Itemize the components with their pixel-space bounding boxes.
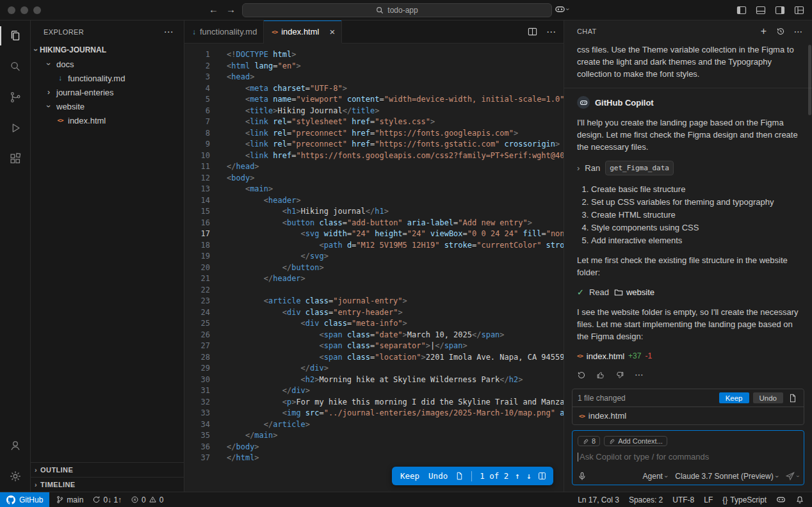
thumbs-down-icon[interactable] [615, 371, 624, 380]
tab-bar-empty [342, 20, 520, 44]
problems-indicator[interactable]: 0 0 [131, 495, 163, 504]
line-number: 33 [184, 408, 210, 419]
tree-item-docs[interactable]: ›docs [31, 57, 184, 71]
outline-section-header[interactable]: › OUTLINE [31, 462, 184, 477]
notifications-bell-icon[interactable] [795, 495, 804, 504]
run-debug-icon[interactable] [0, 113, 31, 143]
branch-indicator[interactable]: main [56, 495, 83, 504]
code-editor[interactable]: 1<!DOCTYPE html>2<html lang="en">3<head>… [184, 44, 564, 492]
chat-more-actions-icon[interactable]: ⋯ [794, 26, 803, 36]
next-change-button[interactable]: ↓ [524, 471, 533, 481]
undo-button[interactable]: Undo [425, 470, 451, 482]
language-mode-indicator[interactable]: {} TypeScript [722, 495, 767, 504]
chat-scrollbar[interactable] [808, 45, 811, 115]
tab-functionality-md[interactable]: ↓ functionality.md [184, 20, 264, 44]
markdown-file-icon: ↓ [192, 28, 196, 36]
undo-all-button[interactable]: Undo [753, 392, 784, 403]
navigate-back-button[interactable]: ← [209, 4, 218, 15]
chat-input-box[interactable]: 8 Add Context... Ask Copilot or type / f… [572, 430, 804, 485]
account-icon[interactable] [0, 430, 31, 461]
timeline-section-header[interactable]: › TIMELINE [31, 477, 184, 492]
chevron-down-icon: › [663, 475, 670, 477]
tree-root-folder[interactable]: › HIKING-JOURNAL [31, 43, 184, 57]
indentation-indicator[interactable]: Spaces: 2 [629, 495, 663, 504]
changed-file-chip[interactable]: <> index.html +37 -1 [577, 350, 799, 362]
step-item: Style components using CSS [591, 221, 799, 234]
chat-history-icon[interactable] [776, 27, 785, 36]
chat-input-placeholder: Ask Copilot or type / for commands [580, 452, 709, 462]
tool-run-prefix: Ran [585, 162, 600, 174]
timeline-label: TIMELINE [40, 481, 76, 488]
line-number: 11 [184, 161, 210, 173]
response-more-icon[interactable]: ⋯ [635, 369, 644, 381]
code-line: 21 </header> [184, 273, 564, 285]
divider [564, 88, 812, 88]
agent-mode-picker[interactable]: Agent › [643, 472, 668, 481]
close-window-button[interactable] [8, 6, 15, 14]
new-chat-icon[interactable]: + [761, 26, 767, 37]
code-text: <img src="../journal-enteries/images/202… [210, 408, 564, 419]
changed-file-row[interactable]: <> index.html [572, 407, 804, 424]
paperclip-icon [608, 438, 615, 445]
tool-run-row[interactable]: › Ran get_Figma_data [577, 161, 799, 175]
assistant-name: GitHub Copilot [595, 97, 654, 109]
close-tab-icon[interactable]: × [329, 27, 335, 36]
thumbs-up-icon[interactable] [596, 371, 605, 380]
editor-more-actions-icon[interactable]: ⋯ [546, 26, 556, 38]
tab-index-html[interactable]: <> index.html × [264, 20, 342, 44]
microphone-icon[interactable] [578, 472, 587, 481]
send-icon [786, 472, 795, 481]
send-message-button[interactable]: › [786, 472, 799, 481]
toggle-primary-sidebar-button[interactable] [736, 5, 747, 15]
split-editor-icon[interactable] [528, 27, 537, 36]
code-line: 9 <link rel="preconnect" href="https://f… [184, 139, 564, 150]
code-line: 34 </article> [184, 419, 564, 431]
diff-file-icon[interactable] [453, 472, 466, 480]
customize-layout-button[interactable] [794, 5, 804, 15]
maximize-window-button[interactable] [33, 6, 41, 14]
encoding-indicator[interactable]: UTF-8 [672, 495, 694, 504]
search-icon[interactable] [0, 51, 31, 82]
sidebar-header: EXPLORER ⋯ [31, 20, 184, 43]
tree-item-index.html[interactable]: <>index.html [31, 113, 184, 127]
attachments-chip[interactable]: 8 [578, 436, 600, 446]
read-verb: Read [589, 286, 609, 298]
toggle-secondary-sidebar-button[interactable] [775, 5, 785, 15]
keep-all-button[interactable]: Keep [719, 392, 749, 403]
tree-item-website[interactable]: ›website [31, 99, 184, 113]
mode-label: Agent [643, 472, 663, 481]
sync-indicator[interactable]: 0↓ 1↑ [92, 495, 122, 504]
rerun-icon[interactable] [577, 371, 586, 380]
explorer-icon[interactable] [0, 20, 31, 51]
tree-item-functionality.md[interactable]: ↓functionality.md [31, 71, 184, 85]
code-text: </div> [210, 385, 310, 397]
cursor-position-indicator[interactable]: Ln 17, Col 3 [578, 495, 619, 504]
settings-gear-icon[interactable] [0, 461, 31, 492]
editor-actions: ⋯ [520, 20, 564, 44]
read-target-label: website [626, 286, 654, 298]
source-control-icon[interactable] [0, 82, 31, 113]
html-file-icon: <> [577, 350, 583, 362]
eol-indicator[interactable]: LF [704, 495, 713, 504]
remote-indicator[interactable]: GitHub [0, 492, 49, 507]
extensions-icon[interactable] [0, 143, 31, 174]
chat-text-input[interactable]: Ask Copilot or type / for commands [578, 452, 799, 462]
add-context-button[interactable]: Add Context... [604, 436, 667, 446]
navigate-forward-button[interactable]: → [226, 4, 236, 15]
view-changes-icon[interactable] [787, 394, 799, 403]
previous-change-button[interactable]: ↑ [513, 471, 522, 481]
command-center-search[interactable]: todo-app [242, 3, 552, 17]
explorer-more-actions-icon[interactable]: ⋯ [164, 26, 174, 38]
tree-item-journal-enteries[interactable]: ›journal-enteries [31, 85, 184, 99]
read-target-chip[interactable]: website [614, 286, 654, 298]
line-number: 32 [184, 397, 210, 408]
copilot-menu-button[interactable]: › [555, 4, 569, 15]
copilot-status-icon[interactable] [776, 495, 786, 504]
toggle-panel-button[interactable] [756, 5, 766, 15]
open-changes-button[interactable] [536, 472, 548, 480]
code-text: <header> [210, 195, 301, 207]
model-picker[interactable]: Claude 3.7 Sonnet (Preview) › [675, 472, 778, 481]
keep-button[interactable]: Keep [397, 470, 423, 482]
minimize-window-button[interactable] [20, 6, 28, 14]
code-text: <title>Hiking Journal</title> [210, 106, 379, 117]
